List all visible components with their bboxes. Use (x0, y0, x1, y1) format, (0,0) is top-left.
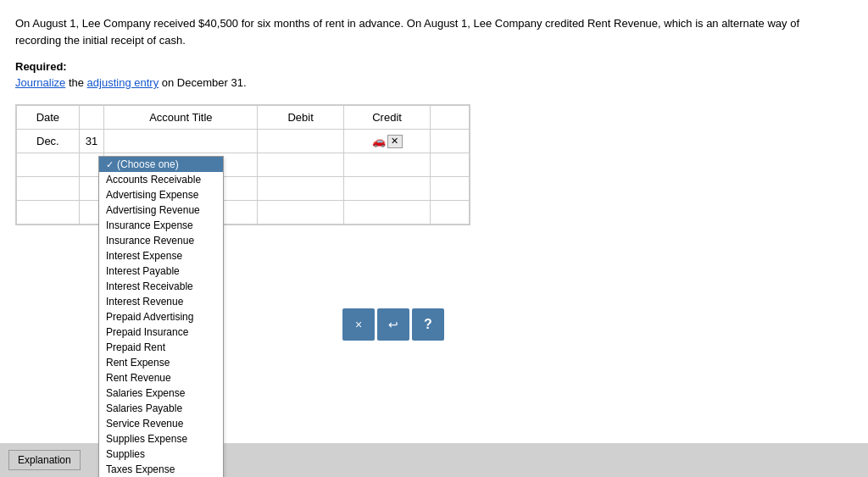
dropdown-option-supplies[interactable]: Supplies (99, 446, 223, 462)
dropdown-option-interest-expense[interactable]: Interest Expense (99, 248, 223, 263)
dropdown-option-label: (Choose one) (117, 158, 179, 170)
page: On August 1, Lee Company received $40,50… (0, 0, 868, 477)
required-label: Required: (15, 60, 853, 73)
dropdown-option-supplies-expense[interactable]: Supplies Expense (99, 431, 223, 446)
required-links-line: Journalize the adjusting entry on Decemb… (15, 76, 853, 89)
table-row (17, 177, 470, 201)
help-button[interactable]: ? (412, 308, 444, 341)
cell-debit-3[interactable] (258, 177, 344, 201)
dropdown-option-prepaid-advertising[interactable]: Prepaid Advertising (99, 309, 223, 324)
dropdown-option-insurance-expense[interactable]: Insurance Expense (99, 218, 223, 233)
cell-credit-4[interactable] (343, 201, 430, 225)
dropdown-option-rent-revenue[interactable]: Rent Revenue (99, 370, 223, 385)
dropdown-option-advertising-expense[interactable]: Advertising Expense (99, 187, 223, 202)
cell-credit-3[interactable] (343, 177, 430, 201)
table-row (17, 201, 470, 225)
action-buttons-group: × ↩ ? (342, 308, 444, 341)
adjusting-entry-link[interactable]: adjusting entry (87, 76, 159, 89)
close-cell-icon[interactable]: ✕ (387, 135, 403, 148)
cell-credit-1: 🚗 ✕ (343, 130, 430, 153)
journalize-link[interactable]: Journalize (15, 76, 65, 89)
dropdown-option-taxes-expense[interactable]: Taxes Expense (99, 462, 223, 477)
dropdown-option-service-revenue[interactable]: Service Revenue (99, 416, 223, 431)
col-header-debit: Debit (258, 106, 344, 130)
journal-table: Date Account Title Debit Credit Dec. 31 (16, 105, 470, 225)
dropdown-option-prepaid-rent[interactable]: Prepaid Rent (99, 340, 223, 355)
undo-button[interactable]: ↩ (377, 308, 409, 341)
intro-paragraph: On August 1, Lee Company received $40,50… (15, 15, 853, 48)
dropdown-option-choose-one[interactable]: ✓ (Choose one) (99, 157, 223, 172)
col-header-empty (431, 106, 470, 130)
table-row (17, 153, 470, 177)
cell-account-1[interactable] (104, 130, 258, 153)
cell-date-dec: Dec. (17, 130, 80, 153)
checkmark-icon: ✓ (106, 159, 114, 170)
cell-debit-2[interactable] (258, 153, 344, 177)
col-header-account: Account Title (104, 106, 258, 130)
cell-date-2 (17, 153, 80, 177)
cell-day-31: 31 (79, 130, 104, 153)
intro-text-2: recording the initial receipt of cash. (15, 34, 186, 47)
cell-empty-3 (431, 177, 470, 201)
cell-empty-2 (431, 153, 470, 177)
dropdown-option-prepaid-insurance[interactable]: Prepaid Insurance (99, 324, 223, 340)
col-header-date: Date (17, 106, 80, 130)
cell-debit-4[interactable] (258, 201, 344, 225)
dropdown-option-interest-receivable[interactable]: Interest Receivable (99, 279, 223, 294)
cell-empty-4 (431, 201, 470, 225)
dropdown-option-salaries-expense[interactable]: Salaries Expense (99, 385, 223, 401)
explanation-button[interactable]: Explanation (8, 450, 81, 470)
required-end-text: on December 31. (162, 76, 247, 89)
journal-table-wrapper: Date Account Title Debit Credit Dec. 31 (15, 104, 470, 225)
car-icon: 🚗 (372, 135, 386, 147)
cell-date-4 (17, 201, 80, 225)
cell-icon-group: 🚗 ✕ (349, 135, 425, 148)
table-row: Dec. 31 🚗 ✕ (17, 130, 470, 153)
dropdown-option-insurance-revenue[interactable]: Insurance Revenue (99, 233, 223, 248)
dropdown-option-rent-expense[interactable]: Rent Expense (99, 355, 223, 370)
cell-empty-1 (431, 130, 470, 153)
dropdown-option-advertising-revenue[interactable]: Advertising Revenue (99, 202, 223, 218)
cell-date-3 (17, 177, 80, 201)
cell-credit-2[interactable] (343, 153, 430, 177)
account-dropdown[interactable]: ✓ (Choose one) Accounts Receivable Adver… (98, 156, 224, 477)
dropdown-option-interest-payable[interactable]: Interest Payable (99, 263, 223, 279)
required-mid-text: the (69, 76, 87, 89)
clear-button[interactable]: × (342, 308, 375, 341)
dropdown-option-accounts-receivable[interactable]: Accounts Receivable (99, 172, 223, 187)
dropdown-trigger[interactable] (104, 132, 257, 151)
cell-debit-1[interactable] (258, 130, 344, 153)
intro-text-1: On August 1, Lee Company received $40,50… (15, 17, 799, 30)
col-header-day (79, 106, 104, 130)
dropdown-option-interest-revenue[interactable]: Interest Revenue (99, 294, 223, 309)
col-header-credit: Credit (343, 106, 430, 130)
dropdown-option-salaries-payable[interactable]: Salaries Payable (99, 401, 223, 416)
